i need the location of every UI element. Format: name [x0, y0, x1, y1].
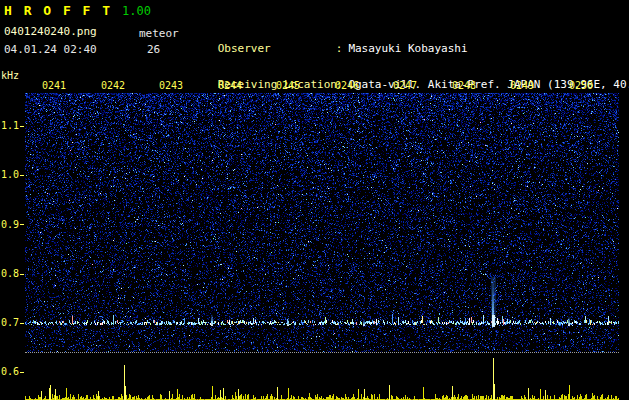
- spectrogram-canvas: [25, 93, 619, 352]
- time-label: 0250: [569, 80, 593, 91]
- freq-tick: [20, 274, 24, 275]
- freq-label: 0.9: [1, 219, 19, 230]
- plot-separator: [25, 352, 619, 353]
- freq-axis-unit: kHz: [1, 70, 19, 81]
- info-row: Receiving Location:Ogata-vill. Akita-Pre…: [178, 67, 629, 79]
- time-label: 0248: [452, 80, 476, 91]
- freq-label: 1.1: [1, 120, 19, 131]
- info-label: Observer: [218, 43, 336, 55]
- time-label: 0241: [42, 80, 66, 91]
- freq-tick: [20, 372, 24, 373]
- echo-count: 26: [147, 43, 160, 56]
- time-label: 0242: [101, 80, 125, 91]
- time-label: 0249: [510, 80, 534, 91]
- freq-tick: [20, 126, 24, 127]
- time-label: 0247: [393, 80, 417, 91]
- info-value: Masayuki Kobayashi: [342, 42, 467, 55]
- freq-tick: [20, 224, 24, 225]
- freq-label: 1.0: [1, 169, 19, 180]
- hrofft-output: H R O F F T 1.00 0401240240.png meteor 0…: [0, 0, 629, 400]
- time-label: 0243: [159, 80, 183, 91]
- info-row: Observer:Masayuki Kobayashi: [178, 31, 629, 43]
- time-label: 0244: [218, 80, 242, 91]
- freq-tick: [20, 175, 24, 176]
- freq-label: 0.8: [1, 268, 19, 279]
- freq-label: 0.7: [1, 317, 19, 328]
- app-title: H R O F F T: [4, 3, 112, 18]
- mode-label: meteor: [139, 27, 179, 40]
- time-label: 0245: [276, 80, 300, 91]
- datetime-label: 04.01.24 02:40: [4, 43, 97, 56]
- freq-label: 0.6: [1, 366, 19, 377]
- app-version: 1.00: [122, 4, 151, 18]
- output-filename: 0401240240.png: [4, 25, 97, 38]
- time-label: 0246: [335, 80, 359, 91]
- freq-tick: [20, 323, 24, 324]
- amplitude-canvas: [25, 356, 619, 400]
